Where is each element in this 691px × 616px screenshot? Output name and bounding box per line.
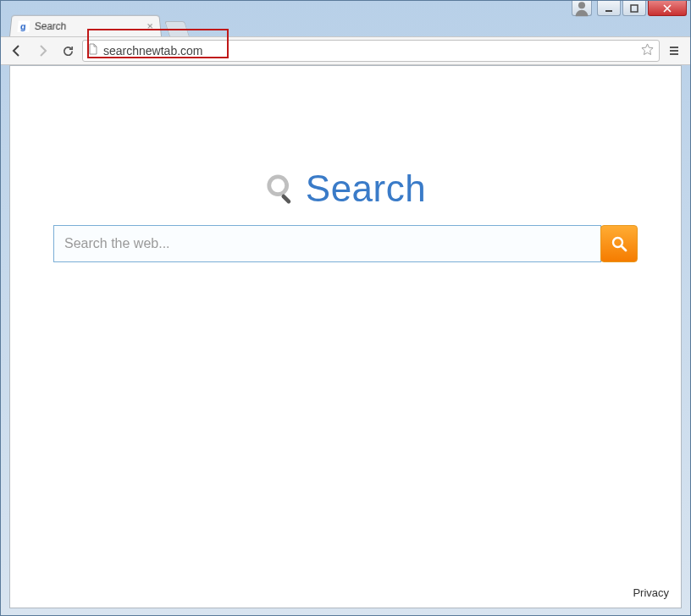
back-button[interactable] xyxy=(6,40,28,62)
browser-toolbar xyxy=(1,36,690,65)
privacy-link[interactable]: Privacy xyxy=(633,586,669,599)
magnifier-icon xyxy=(265,173,297,205)
search-input[interactable] xyxy=(53,225,601,262)
window-titlebar xyxy=(1,1,690,14)
address-bar[interactable] xyxy=(82,40,660,62)
tab-title: Search xyxy=(34,20,142,32)
close-window-button[interactable] xyxy=(648,1,687,16)
minimize-icon xyxy=(605,4,613,13)
browser-tab[interactable]: g Search × xyxy=(9,15,162,36)
svg-rect-2 xyxy=(631,5,638,12)
menu-button[interactable] xyxy=(663,40,685,62)
svg-rect-1 xyxy=(605,10,612,12)
svg-line-8 xyxy=(622,246,626,250)
hamburger-icon xyxy=(668,45,680,57)
forward-button[interactable] xyxy=(31,40,53,62)
minimize-button[interactable] xyxy=(597,1,621,16)
tab-favicon: g xyxy=(18,20,30,32)
google-g-icon: g xyxy=(18,20,30,32)
user-icon xyxy=(572,0,591,18)
reload-button[interactable] xyxy=(57,40,79,62)
url-input[interactable] xyxy=(103,44,636,58)
arrow-right-icon xyxy=(36,44,49,58)
tab-close-button[interactable]: × xyxy=(146,20,154,33)
user-switch-button[interactable] xyxy=(572,1,592,16)
page-icon xyxy=(88,43,98,58)
star-icon xyxy=(641,43,654,56)
search-bar xyxy=(53,225,638,262)
svg-point-5 xyxy=(269,177,287,195)
search-page: Search Privacy xyxy=(10,66,681,608)
maximize-icon xyxy=(630,4,638,13)
logo-text: Search xyxy=(306,168,426,210)
svg-text:g: g xyxy=(20,21,27,31)
page-viewport: Search Privacy xyxy=(9,65,682,608)
close-icon xyxy=(663,4,672,13)
new-tab-button[interactable] xyxy=(164,21,190,36)
search-submit-button[interactable] xyxy=(600,225,638,262)
search-logo: Search xyxy=(265,168,426,210)
svg-point-0 xyxy=(578,2,585,8)
bookmark-star-button[interactable] xyxy=(641,43,654,59)
svg-rect-6 xyxy=(280,194,291,205)
search-icon xyxy=(611,235,627,252)
reload-icon xyxy=(62,45,75,58)
arrow-left-icon xyxy=(10,44,24,58)
window-controls xyxy=(597,1,687,16)
tab-strip: g Search × xyxy=(1,14,690,36)
maximize-button[interactable] xyxy=(622,1,646,16)
